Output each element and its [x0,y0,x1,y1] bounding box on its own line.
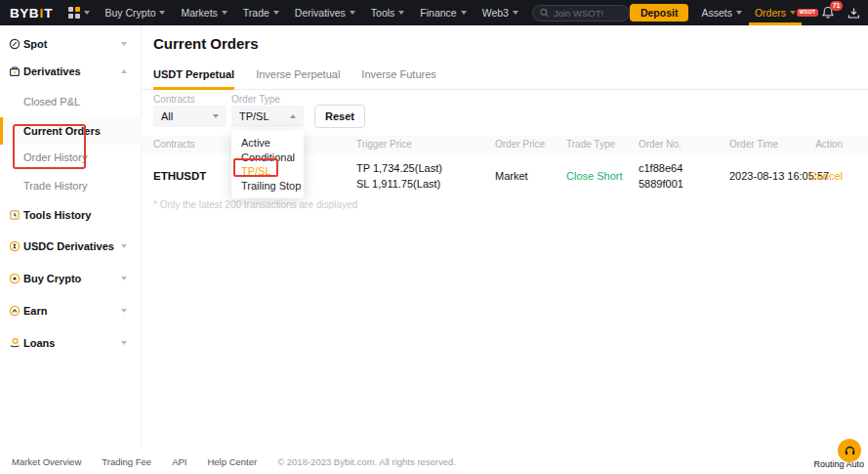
nav-menu-tools[interactable]: Tools [371,7,405,19]
order-type-dropdown: Active Conditional TP/SL Trailing Stop [231,130,304,198]
earn-icon [9,305,21,317]
active-nav-underline [749,22,802,25]
chevron-down-icon [736,11,742,15]
sidebar-item-buy-crypto[interactable]: Buy Crypto [0,265,142,292]
sidebar-item-tools-history[interactable]: Tools History [0,201,142,229]
cancel-order-link[interactable]: Cancel [809,153,843,198]
notification-count-badge: 71 [830,1,843,11]
derivatives-icon [9,65,21,77]
header-action: Action [815,136,843,153]
nav-menus: Buy Crypto Markets Trade Derivatives Too… [105,7,518,19]
order-type-filter-label: Order Type [231,94,280,105]
sidebar: Spot Derivatives Closed P&L Current Orde… [0,25,142,449]
chevron-down-icon [350,11,355,15]
notifications-button[interactable]: 71 [821,6,835,20]
nav-menu-markets[interactable]: Markets [181,7,227,19]
contracts-filter-label: Contracts [153,94,195,105]
footer-link-api[interactable]: API [172,456,186,467]
chevron-down-icon [790,11,796,15]
page-title: Current Orders [153,35,259,52]
nav-right-group: Deposit Assets Orders WSOT 71 [630,0,868,25]
headset-icon [844,445,856,457]
footer: Market Overview Trading Fee API Help Cen… [0,449,868,474]
header-trade-type: Trade Type [566,136,615,153]
header-order-time: Order Time [729,136,778,153]
nav-menu-trade[interactable]: Trade [243,7,279,19]
sidebar-item-usdc-derivatives[interactable]: USDC Derivatives [0,233,142,260]
download-icon[interactable] [847,7,860,20]
loans-icon [9,337,21,349]
buy-crypto-icon [9,273,21,284]
chevron-down-icon [121,309,127,313]
logo-text: T [44,6,53,21]
tab-usdt-perpetual[interactable]: USDT Perpetual [153,68,234,90]
nav-menu-finance[interactable]: Finance [420,7,466,19]
sidebar-item-trade-history[interactable]: Trade History [0,172,142,199]
search-box[interactable] [532,5,630,22]
sidebar-item-loans[interactable]: Loans [0,329,142,357]
spot-icon [9,38,21,50]
cell-contracts: ETHUSDT [153,153,206,198]
nav-menu-web3[interactable]: Web3 [482,7,518,19]
cell-trade-type: Close Short [566,153,622,198]
support-chat-button[interactable] [838,439,861,462]
chevron-up-icon [121,69,127,73]
footer-link-trading-fee[interactable]: Trading Fee [102,456,151,467]
wsot-badge: WSOT [797,9,819,17]
chevron-down-icon [213,114,219,118]
chevron-down-icon [121,244,127,248]
footer-link-help-center[interactable]: Help Center [207,456,257,467]
copyright-text: © 2018-2023 Bybit.com. All rights reserv… [277,456,456,467]
usdc-derivatives-icon [9,240,21,252]
reset-button[interactable]: Reset [314,105,365,128]
chevron-up-icon [290,114,296,118]
contract-tabs: USDT Perpetual Inverse Perpetual Inverse… [142,68,868,90]
nav-menu-buy-crypto[interactable]: Buy Crypto [105,7,166,19]
sidebar-item-earn[interactable]: Earn [0,297,142,324]
sidebar-item-current-orders[interactable]: Current Orders [0,117,142,145]
tools-history-icon [9,209,21,221]
search-icon [540,8,549,18]
contracts-select[interactable]: All [153,106,227,127]
chevron-down-icon [121,42,127,46]
cell-trigger-price: TP 1,734.25(Last) SL 1,911.75(Last) [356,160,442,192]
header-order-no: Order No. [639,136,682,153]
dropdown-option-trailing-stop[interactable]: Trailing Stop [231,179,304,194]
header-trigger-price: Trigger Price [356,136,412,153]
nav-orders[interactable]: Orders [755,0,796,25]
chevron-down-icon [84,11,90,15]
dropdown-option-conditional[interactable]: Conditional [231,151,304,165]
chevron-down-icon [159,11,165,15]
apps-grid-icon[interactable] [68,7,90,19]
tab-inverse-perpetual[interactable]: Inverse Perpetual [256,68,340,90]
chevron-down-icon [121,341,127,345]
footer-link-market-overview[interactable]: Market Overview [12,456,81,467]
grid-icon [68,7,80,19]
order-type-select[interactable]: TP/SL [231,106,304,127]
routing-auto-label: Routing Auto [813,459,864,469]
sidebar-item-spot[interactable]: Spot [0,30,142,58]
chevron-down-icon [513,11,518,15]
chevron-down-icon [461,11,467,15]
logo-text: BYB [10,6,39,21]
header-order-price: Order Price [495,136,545,153]
nav-menu-derivatives[interactable]: Derivatives [295,7,355,19]
header-contracts: Contracts [153,136,195,153]
chevron-down-icon [398,11,404,15]
sidebar-item-derivatives[interactable]: Derivatives [0,58,142,85]
main-content: Current Orders USDT Perpetual Inverse Pe… [142,25,868,449]
dropdown-option-active[interactable]: Active [231,136,304,151]
chevron-down-icon [222,11,227,15]
search-input[interactable] [554,8,622,19]
transactions-footnote: * Only the latest 200 transactions are d… [153,199,357,210]
sidebar-item-closed-pnl[interactable]: Closed P&L [0,88,142,115]
chevron-down-icon [273,11,279,15]
deposit-button[interactable]: Deposit [630,4,689,22]
sidebar-item-order-history[interactable]: Order History [0,144,142,171]
nav-assets[interactable]: Assets [701,7,742,19]
dropdown-option-tpsl[interactable]: TP/SL [231,164,304,179]
bybit-logo[interactable]: BYBIT [10,6,53,21]
tab-inverse-futures[interactable]: Inverse Futures [361,68,435,90]
chevron-down-icon [121,277,127,280]
cell-order-no: c1f88e64 5889f001 [639,160,683,192]
